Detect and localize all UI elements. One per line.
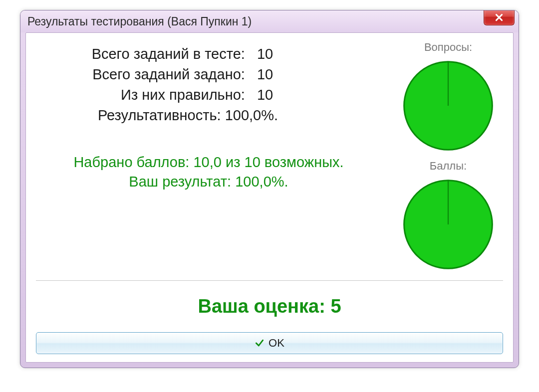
stat-total-value: 10 xyxy=(257,46,381,62)
divider xyxy=(36,280,503,281)
stat-total-label: Всего заданий в тесте: xyxy=(36,46,257,62)
stat-efficiency: Результативность: 100,0%. xyxy=(36,107,381,124)
stat-asked-label: Всего заданий задано: xyxy=(36,66,257,83)
score-block: Набрано баллов: 10,0 из 10 возможных. Ва… xyxy=(36,153,381,192)
stat-correct-label: Из них правильно: xyxy=(36,87,257,103)
ok-button-label: OK xyxy=(269,337,284,350)
pie-chart-questions xyxy=(401,59,495,153)
pie-chart-points xyxy=(401,178,495,271)
content-row: Всего заданий в тесте: 10 Всего заданий … xyxy=(36,41,503,271)
chart-points-label: Баллы: xyxy=(430,160,467,173)
ok-button[interactable]: OK xyxy=(36,332,503,354)
score-line-1: Набрано баллов: 10,0 из 10 возможных. xyxy=(36,153,381,172)
grade-text: Ваша оценка: 5 xyxy=(36,296,503,317)
stat-asked: Всего заданий задано: 10 xyxy=(36,66,381,83)
stat-asked-value: 10 xyxy=(257,66,381,83)
stat-correct-value: 10 xyxy=(257,87,381,103)
stat-correct: Из них правильно: 10 xyxy=(36,87,381,103)
checkmark-icon xyxy=(255,338,265,348)
stat-total: Всего заданий в тесте: 10 xyxy=(36,46,381,62)
chart-questions-label: Вопросы: xyxy=(424,41,472,54)
stats-block: Всего заданий в тесте: 10 Всего заданий … xyxy=(36,41,381,192)
window-title: Результаты тестирования (Вася Пупкин 1) xyxy=(27,15,252,28)
score-line-2: Ваш результат: 100,0%. xyxy=(36,172,381,192)
charts-column: Вопросы: Баллы: xyxy=(393,41,503,271)
dialog-client-area: Всего заданий в тесте: 10 Всего заданий … xyxy=(25,32,514,363)
titlebar: Результаты тестирования (Вася Пупкин 1) xyxy=(20,10,519,32)
close-icon xyxy=(495,13,504,22)
dialog-window: Результаты тестирования (Вася Пупкин 1) … xyxy=(20,10,519,368)
close-button[interactable] xyxy=(484,10,515,25)
